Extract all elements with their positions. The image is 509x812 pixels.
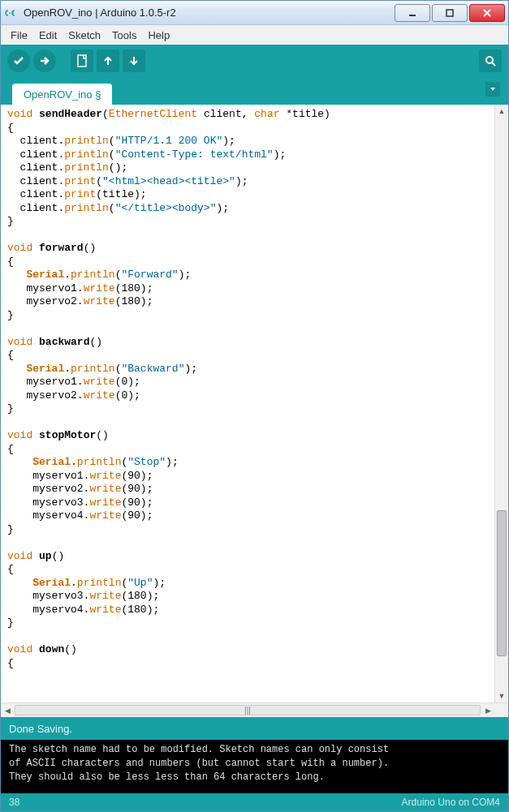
svg-point-5 (486, 57, 493, 63)
scroll-up-icon[interactable]: ▲ (495, 105, 508, 118)
scroll-down-icon[interactable]: ▼ (495, 690, 508, 702)
status-bar: Done Saving. (1, 717, 508, 740)
console-line: They should also be less less than 64 ch… (9, 771, 325, 783)
window-controls (395, 4, 505, 22)
console-output[interactable]: The sketch name had to be modified. Sket… (1, 740, 508, 793)
code-editor[interactable]: void sendHeader(EthernetClient client, c… (1, 105, 508, 702)
menu-help[interactable]: Help (143, 28, 175, 43)
menu-tools[interactable]: Tools (107, 28, 141, 43)
scroll-left-icon[interactable]: ◀ (1, 703, 14, 717)
menu-edit[interactable]: Edit (34, 28, 62, 43)
console-line: The sketch name had to be modified. Sket… (9, 744, 389, 755)
horizontal-scrollbar[interactable]: ◀ ||| ▶ (1, 702, 508, 717)
save-button[interactable] (123, 49, 145, 72)
svg-rect-1 (446, 10, 453, 16)
app-window: OpenROV_ino | Arduino 1.0.5-r2 File Edit… (0, 0, 509, 812)
new-button[interactable] (71, 49, 93, 72)
toolbar (1, 45, 508, 77)
line-number: 38 (9, 797, 19, 808)
board-port-label: Arduino Uno on COM4 (402, 797, 500, 808)
close-button[interactable] (469, 4, 505, 22)
scroll-right-icon[interactable]: ▶ (481, 703, 494, 717)
status-text: Done Saving. (9, 723, 72, 735)
open-button[interactable] (97, 49, 119, 72)
footer-bar: 38 Arduino Uno on COM4 (1, 793, 508, 811)
tab-menu-button[interactable] (485, 82, 500, 97)
tab-sketch[interactable]: OpenROV_ino § (12, 84, 112, 105)
serial-monitor-button[interactable] (479, 49, 502, 72)
svg-rect-4 (78, 55, 86, 67)
minimize-button[interactable] (395, 4, 430, 22)
tabbar: OpenROV_ino § (1, 77, 508, 105)
window-title: OpenROV_ino | Arduino 1.0.5-r2 (24, 6, 395, 19)
menubar: File Edit Sketch Tools Help (1, 25, 508, 45)
arduino-icon (4, 6, 19, 20)
verify-button[interactable] (7, 49, 30, 72)
console-line: of ASCII characters and numbers (but can… (9, 758, 389, 769)
svg-line-6 (492, 62, 495, 66)
upload-button[interactable] (33, 49, 56, 72)
maximize-button[interactable] (432, 4, 468, 22)
editor-wrap: void sendHeader(EthernetClient client, c… (1, 105, 508, 717)
menu-file[interactable]: File (6, 28, 32, 43)
hscroll-track[interactable]: ||| (15, 705, 481, 715)
menu-sketch[interactable]: Sketch (63, 28, 106, 43)
titlebar[interactable]: OpenROV_ino | Arduino 1.0.5-r2 (1, 1, 508, 25)
scrollbar-thumb[interactable] (497, 510, 507, 656)
vertical-scrollbar[interactable]: ▲ ▼ (494, 105, 508, 702)
